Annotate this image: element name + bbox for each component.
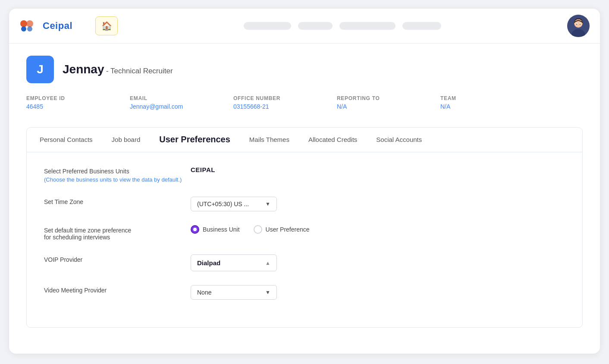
chevron-down-icon-video: ▼ — [265, 289, 270, 295]
emp-email-item: EMAIL Jennay@gmail.com — [130, 95, 207, 110]
nav-pills — [125, 22, 560, 30]
profile-initial: J — [26, 56, 54, 83]
business-units-hint: (Choose the business units to view the d… — [44, 176, 191, 183]
radio-user-preference[interactable]: User Preference — [254, 225, 310, 234]
emp-office-item: OFFICE NUMBER 03155668-21 — [233, 95, 311, 110]
emp-id-item: EMPLOYEE ID 46485 — [26, 95, 104, 110]
chevron-down-icon: ▼ — [265, 201, 270, 207]
time-zone-select[interactable]: (UTC+05:30) US ... ▼ — [191, 197, 277, 211]
avatar[interactable] — [567, 15, 590, 37]
pref-label-time-zone: Set Time Zone — [44, 197, 191, 205]
tab-user-preferences[interactable]: User Preferences — [150, 128, 240, 152]
emp-team-item: TEAM N/A — [440, 95, 518, 110]
pref-row-default-tz: Set default time zone preference for sch… — [44, 225, 565, 241]
video-meeting-select[interactable]: None ▼ — [191, 285, 277, 300]
tabs-row: Personal Contacts Job board User Prefere… — [27, 128, 582, 152]
tab-mails-themes[interactable]: Mails Themes — [240, 129, 299, 151]
profile-header: J Jennay - Technical Recruiter — [26, 56, 583, 83]
radio-business-unit-label: Business Unit — [203, 226, 240, 233]
profile-name: Jennay — [63, 63, 104, 76]
pref-control-time-zone: (UTC+05:30) US ... ▼ — [191, 197, 565, 211]
emp-office-value: 03155668-21 — [233, 103, 311, 110]
emp-email-label: EMAIL — [130, 95, 207, 101]
time-zone-value: (UTC+05:30) US ... — [197, 201, 249, 207]
pref-label-video-meeting: Video Meeting Provider — [44, 285, 191, 294]
nav-pill-2[interactable] — [298, 22, 333, 30]
svg-point-11 — [580, 24, 581, 25]
ceipal-logo-icon — [19, 19, 38, 32]
nav-pill-4[interactable] — [402, 22, 441, 30]
logo-text: Ceipal — [43, 20, 72, 31]
video-meeting-value: None — [197, 289, 211, 296]
employee-info-row: EMPLOYEE ID 46485 EMAIL Jennay@gmail.com… — [26, 95, 583, 110]
tab-allocated-credits[interactable]: Allocated Credits — [299, 129, 367, 151]
tab-personal-contacts[interactable]: Personal Contacts — [30, 129, 102, 151]
pref-row-video-meeting: Video Meeting Provider None ▼ — [44, 285, 565, 300]
svg-point-10 — [576, 24, 577, 25]
pref-row-time-zone: Set Time Zone (UTC+05:30) US ... ▼ — [44, 197, 565, 211]
home-icon: 🏠 — [101, 21, 112, 31]
emp-id-label: EMPLOYEE ID — [26, 95, 104, 101]
pref-row-voip: VOIP Provider Dialpad ▲ — [44, 254, 565, 271]
business-units-label-text: Select Preferred Business Units — [44, 168, 191, 175]
business-unit-value: CEIPAL — [191, 166, 215, 173]
tab-content-user-preferences: Select Preferred Business Units (Choose … — [27, 152, 582, 327]
emp-team-value: N/A — [440, 103, 518, 110]
svg-point-1 — [26, 20, 33, 27]
top-nav: Ceipal 🏠 — [9, 9, 600, 44]
home-button[interactable]: 🏠 — [95, 16, 118, 35]
radio-business-unit[interactable]: Business Unit — [191, 225, 240, 234]
profile-name-area: Jennay - Technical Recruiter — [63, 63, 173, 76]
pref-label-voip: VOIP Provider — [44, 254, 191, 263]
pref-control-business-units: CEIPAL — [191, 166, 565, 173]
svg-point-2 — [21, 26, 26, 31]
tabs-container: Personal Contacts Job board User Prefere… — [26, 127, 583, 328]
emp-reporting-item: REPORTING TO N/A — [337, 95, 414, 110]
radio-group-tz: Business Unit User Preference — [191, 225, 310, 234]
pref-control-default-tz: Business Unit User Preference — [191, 225, 565, 234]
radio-user-preference-label: User Preference — [266, 226, 310, 233]
tab-job-board[interactable]: Job board — [102, 129, 150, 151]
radio-business-unit-circle[interactable] — [191, 225, 199, 234]
tab-social-accounts[interactable]: Social Accounts — [367, 129, 431, 151]
profile-section: J Jennay - Technical Recruiter EMPLOYEE … — [9, 44, 600, 127]
default-tz-line2: for scheduling interviews — [44, 234, 191, 241]
voip-select[interactable]: Dialpad ▲ — [191, 254, 277, 271]
nav-pill-1[interactable] — [244, 22, 291, 30]
chevron-up-icon: ▲ — [265, 260, 270, 266]
nav-pill-3[interactable] — [339, 22, 396, 30]
emp-team-label: TEAM — [440, 95, 518, 101]
emp-id-value: 46485 — [26, 103, 104, 110]
voip-value: Dialpad — [197, 259, 220, 267]
emp-office-label: OFFICE NUMBER — [233, 95, 311, 101]
logo-area: Ceipal — [19, 19, 88, 32]
svg-point-0 — [20, 20, 27, 27]
pref-label-business-units: Select Preferred Business Units (Choose … — [44, 166, 191, 183]
main-card: Ceipal 🏠 — [9, 9, 600, 354]
emp-reporting-label: REPORTING TO — [337, 95, 414, 101]
default-tz-line1: Set default time zone preference — [44, 227, 191, 234]
svg-point-3 — [27, 26, 32, 31]
profile-role: - Technical Recruiter — [106, 67, 173, 75]
emp-reporting-value: N/A — [337, 103, 414, 110]
pref-label-default-tz: Set default time zone preference for sch… — [44, 225, 191, 241]
emp-email-value: Jennay@gmail.com — [130, 103, 207, 110]
pref-row-business-units: Select Preferred Business Units (Choose … — [44, 166, 565, 183]
pref-control-voip: Dialpad ▲ — [191, 254, 565, 271]
radio-user-preference-circle[interactable] — [254, 225, 262, 234]
pref-control-video-meeting: None ▼ — [191, 285, 565, 300]
